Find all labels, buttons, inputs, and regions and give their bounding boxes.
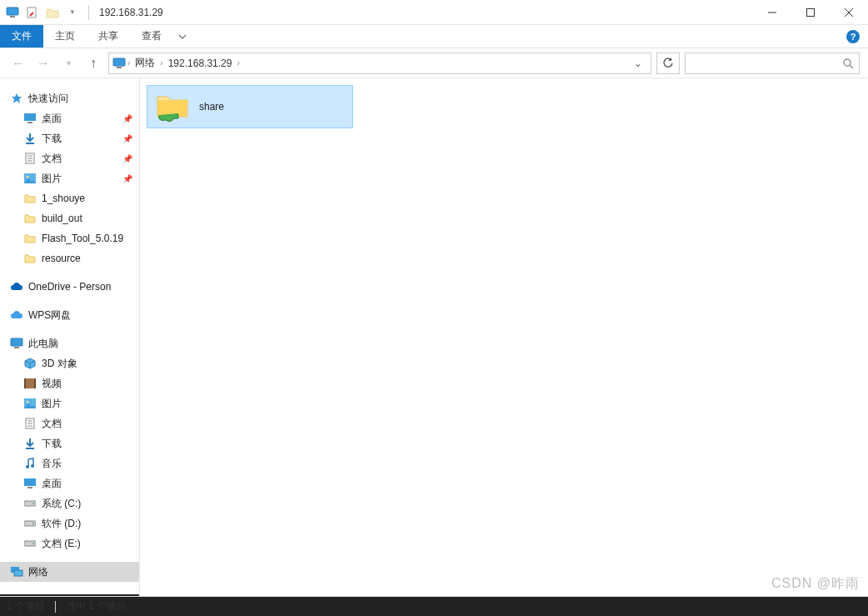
titlebar: ▼ 192.168.31.29 <box>0 0 868 25</box>
sidebar-item[interactable]: 文档📌 <box>0 148 139 168</box>
sidebar-item-label: 文档 <box>42 417 62 431</box>
sidebar-item[interactable]: 音乐 <box>0 453 139 473</box>
document-icon <box>23 417 37 430</box>
chevron-right-icon[interactable]: › <box>235 58 241 68</box>
app-icon <box>5 5 20 20</box>
nav-up-button[interactable]: ↑ <box>83 53 103 73</box>
status-selection-count: 选中 1 个项目 <box>66 599 127 613</box>
svg-rect-2 <box>27 8 36 18</box>
network-icon <box>10 565 23 578</box>
download-icon <box>23 132 37 145</box>
svg-rect-34 <box>24 478 36 486</box>
body: 快速访问 桌面📌下载📌文档📌图片📌1_shouyebuild_outFlash_… <box>0 78 868 596</box>
sidebar-this-pc[interactable]: 此电脑 <box>0 333 139 353</box>
chevron-right-icon[interactable]: › <box>126 58 132 68</box>
qat-dropdown-icon[interactable]: ▼ <box>65 5 80 20</box>
folder-icon <box>23 192 37 205</box>
sidebar-wps[interactable]: WPS网盘 <box>0 305 139 325</box>
close-button[interactable] <box>830 0 868 25</box>
qat-newfolder-icon[interactable] <box>45 5 60 20</box>
3d-icon <box>23 357 37 370</box>
sidebar-item[interactable]: 图片📌 <box>0 168 139 188</box>
breadcrumb-segment[interactable]: 网络 <box>132 56 158 70</box>
sidebar-item[interactable]: 下载 <box>0 433 139 453</box>
sidebar-item-label: 下载 <box>42 437 62 451</box>
minimize-button[interactable] <box>753 0 791 25</box>
sidebar-item[interactable]: 桌面📌 <box>0 108 139 128</box>
sidebar-network[interactable]: 网络 <box>0 562 139 582</box>
drive-icon <box>23 517 37 530</box>
video-icon <box>23 377 37 390</box>
separator <box>55 601 56 613</box>
sidebar-label: 网络 <box>28 565 48 579</box>
sidebar-item-label: 图片 <box>42 397 62 411</box>
sidebar-item[interactable]: 1_shouye <box>0 188 139 208</box>
nav-recent-dropdown[interactable]: ▾ <box>58 53 78 73</box>
sidebar-label: 快速访问 <box>28 92 68 106</box>
svg-rect-23 <box>24 378 26 388</box>
maximize-button[interactable] <box>791 0 830 25</box>
sidebar-item-label: 文档 <box>42 152 62 166</box>
refresh-button[interactable] <box>656 53 680 74</box>
chevron-right-icon[interactable]: › <box>158 58 164 68</box>
search-input[interactable] <box>685 53 860 74</box>
ribbon-expand-icon[interactable] <box>173 25 192 48</box>
svg-rect-24 <box>34 378 36 388</box>
sidebar-label: WPS网盘 <box>28 308 71 323</box>
tab-view[interactable]: 查看 <box>130 25 173 48</box>
svg-rect-20 <box>11 338 22 346</box>
cloud-icon <box>10 280 23 293</box>
sidebar-item-label: 文档 (E:) <box>42 537 81 551</box>
shared-folder-item[interactable]: share <box>147 85 353 128</box>
cloud-icon <box>10 308 23 322</box>
sidebar-item[interactable]: 系统 (C:) <box>0 493 139 513</box>
sidebar-quick-access[interactable]: 快速访问 <box>0 88 139 108</box>
help-icon: ? <box>846 30 860 43</box>
sidebar-item[interactable]: 软件 (D:) <box>0 513 139 533</box>
svg-rect-7 <box>113 58 125 66</box>
tab-home[interactable]: 主页 <box>43 25 87 48</box>
pictures-icon <box>23 172 37 185</box>
star-icon <box>10 92 23 105</box>
sidebar-item-label: 下载 <box>42 132 62 146</box>
quick-access-toolbar: ▼ <box>0 5 92 20</box>
svg-rect-22 <box>24 378 36 388</box>
sidebar-item-label: 视频 <box>42 377 62 391</box>
sidebar-item[interactable]: 3D 对象 <box>0 353 139 373</box>
pictures-icon <box>23 397 37 410</box>
svg-point-33 <box>31 464 34 468</box>
pin-icon: 📌 <box>122 174 132 183</box>
tab-file[interactable]: 文件 <box>0 25 43 48</box>
svg-rect-8 <box>117 67 122 68</box>
folder-icon <box>23 212 37 225</box>
content-area[interactable]: share <box>140 78 868 596</box>
sidebar-item-label: build_out <box>42 213 82 224</box>
sidebar-item[interactable]: 下载📌 <box>0 128 139 148</box>
sidebar-item[interactable]: 桌面 <box>0 473 139 493</box>
sidebar-item[interactable]: 图片 <box>0 393 139 413</box>
sidebar-item[interactable]: 视频 <box>0 373 139 393</box>
address-bar[interactable]: › 网络 › 192.168.31.29 › ⌄ <box>108 53 651 74</box>
sidebar-onedrive[interactable]: OneDrive - Person <box>0 277 139 297</box>
svg-point-32 <box>26 465 29 468</box>
sidebar-item[interactable]: resource <box>0 248 139 268</box>
sidebar-label: OneDrive - Person <box>28 281 111 293</box>
monitor-icon <box>10 337 23 350</box>
folder-icon <box>23 232 37 245</box>
breadcrumb-segment[interactable]: 192.168.31.29 <box>165 58 236 69</box>
download-icon <box>23 437 37 450</box>
shared-folder-icon <box>154 90 191 123</box>
pin-icon: 📌 <box>122 154 132 163</box>
svg-point-19 <box>27 176 29 178</box>
tab-share[interactable]: 共享 <box>87 25 130 48</box>
svg-point-26 <box>27 401 29 403</box>
nav-forward-button[interactable]: → <box>33 53 53 73</box>
sidebar-item[interactable]: 文档 <box>0 413 139 433</box>
help-button[interactable]: ? <box>846 25 860 48</box>
sidebar-item[interactable]: build_out <box>0 208 139 228</box>
sidebar-item[interactable]: Flash_Tool_5.0.19 <box>0 228 139 248</box>
address-dropdown-icon[interactable]: ⌄ <box>629 58 647 69</box>
nav-back-button[interactable]: ← <box>8 53 28 73</box>
qat-properties-icon[interactable] <box>25 5 40 20</box>
sidebar-item[interactable]: 文档 (E:) <box>0 533 139 553</box>
